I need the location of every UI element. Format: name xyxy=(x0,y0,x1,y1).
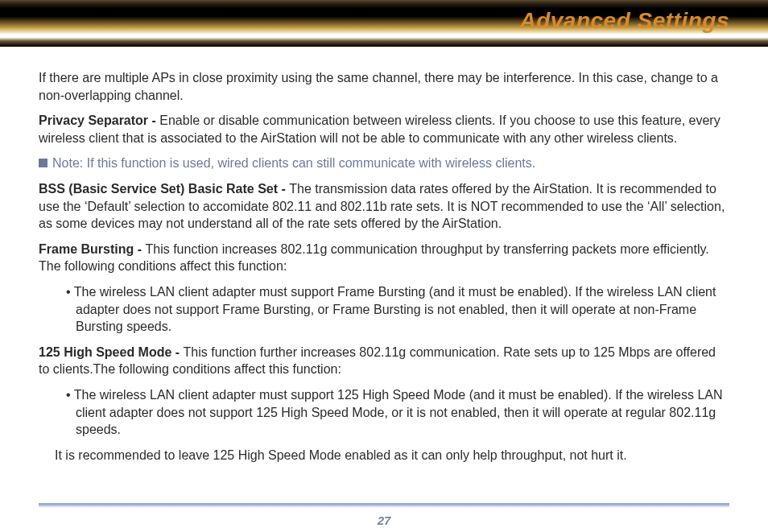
footer-divider xyxy=(39,503,729,508)
intro-paragraph: If there are multiple APs in close proxi… xyxy=(39,69,729,104)
frame-bursting-label: Frame Bursting - xyxy=(39,242,145,256)
frame-bursting-bullets: • The wireless LAN client adapter must s… xyxy=(39,283,729,336)
bss-paragraph: BSS (Basic Service Set) Basic Rate Set -… xyxy=(39,180,729,233)
note-line: Note: If this function is used, wired cl… xyxy=(39,155,729,172)
frame-bursting-bullet-1: • The wireless LAN client adapter must s… xyxy=(55,283,729,336)
high-speed-bullets: • The wireless LAN client adapter must s… xyxy=(39,386,729,439)
high-speed-paragraph: 125 High Speed Mode - This function furt… xyxy=(39,344,729,378)
note-square-icon xyxy=(39,159,47,167)
note-text: Note: If this function is used, wired cl… xyxy=(52,156,535,170)
page-title: Advanced Settings xyxy=(519,8,729,34)
privacy-separator-paragraph: Privacy Separator - Enable or disable co… xyxy=(39,112,729,146)
header-stripe: Advanced Settings xyxy=(0,0,768,47)
high-speed-recommendation: It is recommended to leave 125 High Spee… xyxy=(39,447,729,464)
content-area: If there are multiple APs in close proxi… xyxy=(0,47,768,480)
frame-bursting-paragraph: Frame Bursting - This function increases… xyxy=(39,241,729,275)
high-speed-label: 125 High Speed Mode - xyxy=(39,345,184,359)
page-number: 27 xyxy=(0,513,768,527)
bss-label: BSS (Basic Service Set) Basic Rate Set - xyxy=(39,182,289,196)
high-speed-bullet-1: • The wireless LAN client adapter must s… xyxy=(55,386,729,439)
privacy-separator-label: Privacy Separator - xyxy=(39,113,159,127)
